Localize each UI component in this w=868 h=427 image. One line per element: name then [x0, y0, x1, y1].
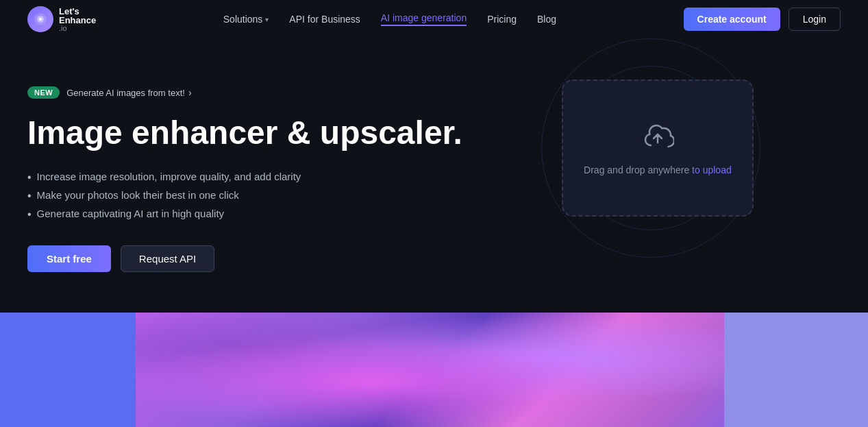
- arrow-icon: ›: [188, 87, 192, 98]
- svg-point-2: [39, 18, 42, 21]
- nav-actions: Create account Login: [684, 8, 841, 31]
- hero-upload-area: Drag and drop anywhere to upload: [475, 80, 841, 230]
- bullet-2: Make your photos look their best in one …: [27, 189, 475, 202]
- bullet-1: Increase image resolution, improve quali…: [27, 171, 475, 184]
- nav-link-ai-image-generation[interactable]: AI image generation: [381, 12, 467, 26]
- start-free-button[interactable]: Start free: [27, 245, 111, 272]
- login-button[interactable]: Login: [789, 8, 841, 31]
- nav-link-pricing[interactable]: Pricing: [487, 14, 517, 25]
- bottom-image-area: [136, 313, 726, 427]
- upload-text: Drag and drop anywhere to upload: [584, 164, 732, 175]
- navbar: Let's Enhance .io Solutions ▾ API for Bu…: [0, 0, 868, 38]
- upload-link[interactable]: to upload: [692, 164, 732, 175]
- hero-section: NEW Generate AI images from text! › Imag…: [0, 38, 868, 313]
- bottom-image-section: [0, 313, 868, 427]
- logo[interactable]: Let's Enhance .io: [27, 6, 96, 32]
- bullet-3: Generate captivating AI art in high qual…: [27, 208, 475, 221]
- badge-row: NEW Generate AI images from text! ›: [27, 86, 475, 99]
- hero-title: Image enhancer & upscaler.: [27, 115, 475, 151]
- badge-link[interactable]: Generate AI images from text! ›: [66, 87, 191, 98]
- hero-bullets: Increase image resolution, improve quali…: [27, 171, 475, 221]
- create-account-button[interactable]: Create account: [684, 8, 780, 31]
- hero-content: NEW Generate AI images from text! › Imag…: [27, 80, 475, 272]
- upload-drop-zone[interactable]: Drag and drop anywhere to upload: [562, 80, 754, 217]
- nav-links: Solutions ▾ API for Business AI image ge…: [223, 12, 556, 26]
- new-badge: NEW: [27, 86, 60, 99]
- logo-icon: [27, 6, 53, 32]
- nav-link-blog[interactable]: Blog: [537, 14, 556, 25]
- upload-cloud-icon: [641, 121, 674, 154]
- nav-link-api-for-business[interactable]: API for Business: [289, 14, 360, 25]
- upload-wrapper: Drag and drop anywhere to upload: [548, 66, 767, 230]
- hero-ctas: Start free Request API: [27, 245, 475, 272]
- request-api-button[interactable]: Request API: [121, 245, 214, 272]
- chevron-down-icon: ▾: [265, 16, 269, 23]
- bottom-bg-right: [724, 313, 868, 427]
- logo-text: Let's Enhance .io: [59, 7, 96, 32]
- nav-link-solutions[interactable]: Solutions ▾: [223, 14, 269, 25]
- bottom-bg-left: [0, 313, 137, 427]
